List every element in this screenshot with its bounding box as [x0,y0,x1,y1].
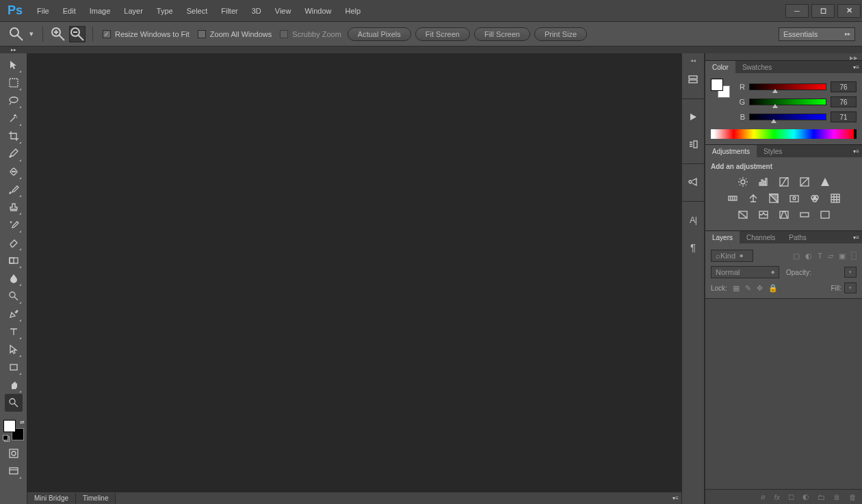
heal-tool-icon[interactable] [5,163,23,181]
new-group-icon[interactable]: 🗀 [818,493,825,501]
panels-collapse-icon[interactable]: ▸▸ [850,53,858,60]
bottom-panel-menu-icon[interactable]: ▾≡ [672,495,679,501]
filter-smart-icon[interactable]: ▣ [839,252,846,261]
menu-edit[interactable]: Edit [56,0,83,22]
new-adjustment-icon[interactable]: ◐ [802,492,809,501]
character-panel-icon[interactable]: A| [683,210,703,229]
mini-strip-expand-icon[interactable]: ◂◂ [682,57,704,64]
screenmode-icon[interactable] [5,462,23,480]
tab-swatches[interactable]: Swatches [735,61,779,73]
blue-value[interactable] [831,111,857,122]
hand-tool-icon[interactable] [5,376,23,394]
workspace-dropdown[interactable]: Essentials▸▸ [779,27,855,41]
path-select-tool-icon[interactable] [5,341,23,358]
filter-shape-icon[interactable]: ▱ [828,252,833,261]
new-layer-icon[interactable]: 🗎 [833,493,841,501]
tab-adjustments[interactable]: Adjustments [705,145,757,157]
menu-file[interactable]: File [30,0,56,22]
filter-toggle-icon[interactable] [851,252,857,260]
fit-screen-button[interactable]: Fit Screen [415,27,470,41]
lock-all-icon[interactable]: 🔒 [768,284,778,293]
menu-help[interactable]: Help [339,0,368,22]
gradient-tool-icon[interactable] [5,252,23,269]
layers-panel-menu-icon[interactable]: ▾≡ [853,235,859,241]
brush-preset-panel-icon[interactable] [683,172,703,191]
default-colors-icon[interactable] [3,435,9,441]
color-panel-menu-icon[interactable]: ▾≡ [853,64,859,70]
adjustments-panel-menu-icon[interactable]: ▾≡ [853,148,859,155]
dodge-tool-icon[interactable] [5,287,23,305]
tab-layers[interactable]: Layers [705,231,740,243]
minimize-button[interactable]: ─ [785,4,809,18]
bw-icon[interactable] [768,192,780,204]
tab-paths[interactable]: Paths [782,231,813,243]
red-slider[interactable]: R [735,80,857,94]
vibrance-icon[interactable] [819,176,831,188]
curves-icon[interactable] [778,176,790,188]
zoom-tool-icon[interactable] [5,394,23,412]
layer-filter-kind-dropdown[interactable]: ⌕ Kind◆ [711,250,753,262]
eraser-tool-icon[interactable] [5,234,23,252]
close-button[interactable]: ✕ [837,4,861,18]
menu-image[interactable]: Image [83,0,118,22]
selective-color-icon[interactable] [819,209,831,221]
brightness-icon[interactable] [737,176,749,188]
swap-colors-icon[interactable]: ⇄ [20,419,25,425]
layer-fx-icon[interactable]: fx [774,493,780,501]
foreground-background-swatch[interactable]: ⇄ [3,420,24,440]
green-value[interactable] [831,96,857,107]
color-spectrum[interactable] [711,129,857,139]
menu-window[interactable]: Window [298,0,338,22]
tab-channels[interactable]: Channels [740,231,782,243]
channel-mixer-icon[interactable] [809,192,821,204]
lock-position-icon[interactable]: ✥ [757,284,763,293]
blue-slider[interactable]: B [735,110,857,124]
marquee-tool-icon[interactable] [5,74,23,92]
menu-3d[interactable]: 3D [245,0,268,22]
tab-styles[interactable]: Styles [757,145,789,157]
green-slider[interactable]: G [735,95,857,109]
layer-list[interactable] [705,298,862,490]
menu-filter[interactable]: Filter [214,0,244,22]
fill-dropdown[interactable]: ▾ [844,282,857,293]
delete-layer-icon[interactable]: 🗑 [849,493,857,501]
zoom-all-checkbox[interactable]: Zoom All Windows [198,30,272,38]
posterize-icon[interactable] [757,209,770,221]
filter-image-icon[interactable]: ▢ [793,252,800,261]
menu-select[interactable]: Select [180,0,215,22]
gradient-map-icon[interactable] [798,209,811,221]
color-panel-swatch[interactable] [711,79,730,98]
zoom-in-icon[interactable] [50,26,66,42]
wand-tool-icon[interactable] [5,109,23,127]
exposure-icon[interactable] [798,176,811,188]
paragraph-panel-icon[interactable]: ¶ [683,237,703,256]
actions-panel-icon[interactable] [683,107,703,127]
filter-type-icon[interactable]: T [818,252,822,261]
lock-paint-icon[interactable]: ✎ [745,284,751,293]
print-size-button[interactable]: Print Size [534,27,587,41]
eyedropper-tool-icon[interactable] [5,145,23,163]
lasso-tool-icon[interactable] [5,92,23,109]
rectangle-tool-icon[interactable] [5,358,23,376]
properties-panel-icon[interactable] [683,135,703,154]
crop-tool-icon[interactable] [5,127,23,145]
type-tool-icon[interactable] [5,323,23,341]
menu-type[interactable]: Type [150,0,180,22]
pen-tool-icon[interactable] [5,305,23,323]
color-balance-icon[interactable] [747,192,759,204]
color-lookup-icon[interactable] [829,192,841,204]
history-brush-tool-icon[interactable] [5,216,23,234]
tool-preset-dropdown[interactable]: ▾ [27,26,36,42]
maximize-button[interactable]: ◻ [811,4,835,18]
fill-screen-button[interactable]: Fill Screen [474,27,530,41]
quickmask-icon[interactable] [5,445,23,462]
tab-color[interactable]: Color [705,61,735,73]
resize-windows-checkbox[interactable]: ✓Resize Windows to Fit [103,30,190,38]
blend-mode-dropdown[interactable]: Normal◆ [711,266,779,278]
tool-preset-icon[interactable] [8,26,25,42]
red-value[interactable] [831,81,857,92]
scrubby-zoom-checkbox[interactable]: Scrubby Zoom [280,30,341,38]
zoom-out-icon[interactable] [69,26,86,42]
tab-mini-bridge[interactable]: Mini Bridge [27,493,76,503]
menu-view[interactable]: View [268,0,298,22]
